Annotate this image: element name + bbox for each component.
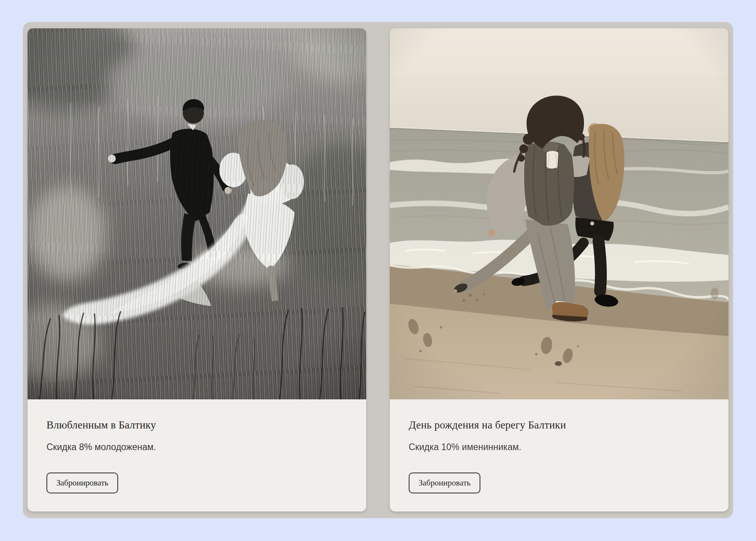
page-background: { "theme": { "page_bg": "#dce4fc", "fram… bbox=[0, 0, 756, 541]
wedding-photo-illustration bbox=[28, 28, 366, 399]
foreground-grass bbox=[28, 28, 366, 399]
card-photo-wedding bbox=[28, 28, 366, 399]
promo-card-birthday: День рождения на берегу Балтики Скидка 1… bbox=[390, 28, 728, 511]
card-body: День рождения на берегу Балтики Скидка 1… bbox=[390, 399, 728, 493]
card-subtitle: Скидка 10% именинникам. bbox=[409, 442, 710, 453]
promo-card-wedding: Влюбленным в Балтику Скидка 8% молодожен… bbox=[28, 28, 366, 511]
card-title: Влюбленным в Балтику bbox=[46, 419, 347, 431]
card-subtitle: Скидка 8% молодоженам. bbox=[46, 442, 347, 453]
book-button[interactable]: Забронировать bbox=[46, 473, 118, 493]
card-title: День рождения на берегу Балтики bbox=[409, 419, 710, 431]
promo-cards-frame: Влюбленным в Балтику Скидка 8% молодожен… bbox=[23, 22, 733, 518]
card-photo-beach bbox=[390, 28, 728, 399]
card-body: Влюбленным в Балтику Скидка 8% молодожен… bbox=[28, 399, 366, 493]
book-button[interactable]: Забронировать bbox=[409, 473, 480, 493]
photo-vignette bbox=[390, 28, 728, 399]
beach-photo-illustration bbox=[390, 28, 728, 399]
